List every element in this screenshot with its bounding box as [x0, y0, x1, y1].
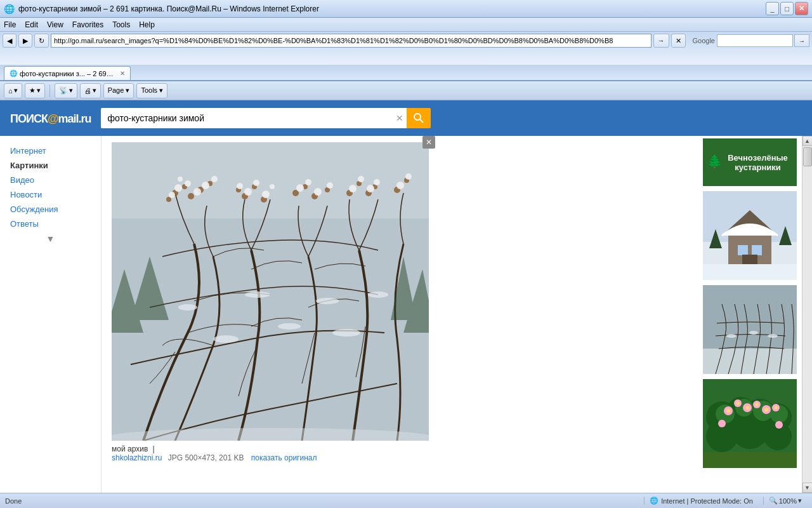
- nav-row: ◀ ▶ ↻ → ✕ Google →: [3, 33, 809, 48]
- title-controls: _ □ ✕: [766, 2, 808, 15]
- ad-banner-text[interactable]: 🌲 Вечнозелёные кустарники: [703, 138, 797, 186]
- tab-close-icon[interactable]: ✕: [120, 70, 125, 77]
- ad-banner-top[interactable]: 🌲 Вечнозелёные кустарники: [703, 138, 799, 186]
- print-button[interactable]: 🖨 ▾: [80, 83, 101, 98]
- svg-point-31: [244, 188, 252, 196]
- svg-point-87: [726, 409, 730, 413]
- sidebar-item-video[interactable]: Видео: [5, 173, 96, 187]
- logo-at-symbol: @: [48, 112, 58, 125]
- svg-rect-58: [738, 245, 748, 255]
- svg-point-66: [768, 334, 778, 338]
- ad-thumb-image-2[interactable]: [703, 285, 797, 374]
- maximize-button[interactable]: □: [780, 2, 794, 15]
- close-button[interactable]: ✕: [795, 2, 808, 15]
- svg-line-1: [420, 119, 423, 123]
- ad-thumb-2[interactable]: [703, 285, 799, 374]
- sidebar: Интернет Картинки Видео Новости Обсужден…: [0, 136, 102, 493]
- image-separator: |: [153, 444, 155, 453]
- window-title: фото-кустарники зимой – 2 691 картинка. …: [18, 4, 319, 13]
- rss-button[interactable]: 📡 ▾: [55, 83, 77, 98]
- google-search-bar: →: [717, 34, 809, 48]
- star-icon: ★: [29, 86, 36, 95]
- show-original-link[interactable]: показать оригинал: [251, 453, 317, 462]
- menu-favorites[interactable]: Favorites: [72, 20, 103, 29]
- favorites-button[interactable]: ★ ▾: [25, 83, 45, 98]
- forward-button[interactable]: ▶: [18, 34, 32, 48]
- stop-button[interactable]: ✕: [671, 34, 686, 48]
- tools-button[interactable]: Tools ▾: [136, 83, 167, 98]
- search-clear-button[interactable]: ✕: [393, 108, 407, 128]
- svg-rect-59: [752, 245, 762, 255]
- status-left: Done: [5, 497, 22, 505]
- internet-zone: 🌐 Internet | Protected Mode: On: [644, 497, 758, 505]
- preview-image-svg: [112, 142, 429, 441]
- ad-icon: 🌲: [707, 154, 723, 169]
- menu-view[interactable]: View: [47, 20, 63, 29]
- home-icon: ⌂: [8, 87, 13, 95]
- sidebar-item-pictures[interactable]: Картинки: [5, 158, 96, 173]
- sidebar-item-discussions[interactable]: Обсуждения: [5, 202, 96, 217]
- svg-point-51: [316, 298, 339, 304]
- browser-tab[interactable]: 🌐 фото-кустарники з... – 2 691 картинка.…: [4, 66, 131, 80]
- refresh-button[interactable]: ↻: [34, 34, 49, 48]
- tab-favicon-icon: 🌐: [10, 70, 17, 77]
- winter-forest-svg: [703, 285, 797, 374]
- close-preview-button[interactable]: ✕: [422, 136, 435, 149]
- tools-label: Tools ▾: [141, 86, 163, 95]
- svg-point-24: [174, 184, 182, 192]
- google-search-input[interactable]: [717, 34, 793, 47]
- svg-point-42: [367, 185, 374, 192]
- sidebar-more-arrow[interactable]: ▼: [5, 234, 96, 244]
- sidebar-item-news[interactable]: Новости: [5, 187, 96, 202]
- menu-help[interactable]: Help: [139, 20, 155, 29]
- svg-point-25: [185, 180, 191, 187]
- scrollbar[interactable]: ▲ ▼: [802, 136, 812, 493]
- svg-point-38: [314, 188, 322, 196]
- svg-point-27: [169, 192, 175, 198]
- status-text: Done: [5, 497, 22, 505]
- svg-point-90: [756, 403, 759, 406]
- menu-edit[interactable]: Edit: [25, 20, 38, 29]
- zoom-control[interactable]: 🔍 100% ▾: [763, 497, 807, 505]
- image-preview-container: ✕: [112, 142, 429, 462]
- back-button[interactable]: ◀: [3, 34, 16, 48]
- google-go-button[interactable]: →: [794, 34, 809, 47]
- svg-point-75: [716, 404, 735, 424]
- svg-point-47: [278, 323, 301, 330]
- svg-point-89: [745, 406, 749, 410]
- scroll-up-arrow[interactable]: ▲: [802, 136, 813, 146]
- status-right: 🌐 Internet | Protected Mode: On 🔍 100% ▾: [644, 497, 807, 505]
- ad-thumb-1[interactable]: [703, 191, 799, 280]
- page-label: Page ▾: [108, 86, 130, 95]
- zone-text: Internet | Protected Mode: On: [661, 497, 753, 505]
- minimize-button[interactable]: _: [766, 2, 779, 15]
- main-content: ✕: [102, 136, 700, 493]
- scroll-down-arrow[interactable]: ▼: [802, 483, 813, 493]
- home-button[interactable]: ⌂ ▾: [4, 83, 22, 98]
- sidebar-item-internet[interactable]: Интернет: [5, 144, 96, 158]
- svg-point-32: [253, 180, 259, 186]
- search-go-button[interactable]: [407, 108, 431, 128]
- green-bush-svg: [703, 379, 797, 468]
- scroll-thumb[interactable]: [803, 147, 812, 166]
- ad-thumb-image-1[interactable]: [703, 191, 797, 280]
- go-button[interactable]: →: [653, 34, 669, 48]
- svg-point-41: [358, 176, 364, 182]
- image-site-link[interactable]: shkolazhizni.ru: [112, 453, 162, 462]
- sidebar-item-answers[interactable]: Ответы: [5, 217, 96, 231]
- print-icon: 🖨: [84, 87, 91, 95]
- ad-thumb-3[interactable]: [703, 379, 799, 468]
- svg-point-92: [775, 406, 778, 410]
- svg-point-39: [327, 182, 333, 189]
- zone-icon: 🌐: [650, 497, 658, 505]
- menu-tools[interactable]: Tools: [112, 20, 130, 29]
- menu-file[interactable]: File: [4, 20, 16, 29]
- main-search-input[interactable]: [101, 108, 393, 128]
- page-button[interactable]: Page ▾: [103, 83, 134, 98]
- svg-point-28: [202, 182, 209, 189]
- ad-thumb-image-3[interactable]: [703, 379, 797, 468]
- search-icon: [414, 113, 424, 123]
- print-dropdown-icon: ▾: [93, 86, 96, 95]
- svg-point-37: [305, 179, 311, 185]
- url-input[interactable]: [51, 34, 652, 48]
